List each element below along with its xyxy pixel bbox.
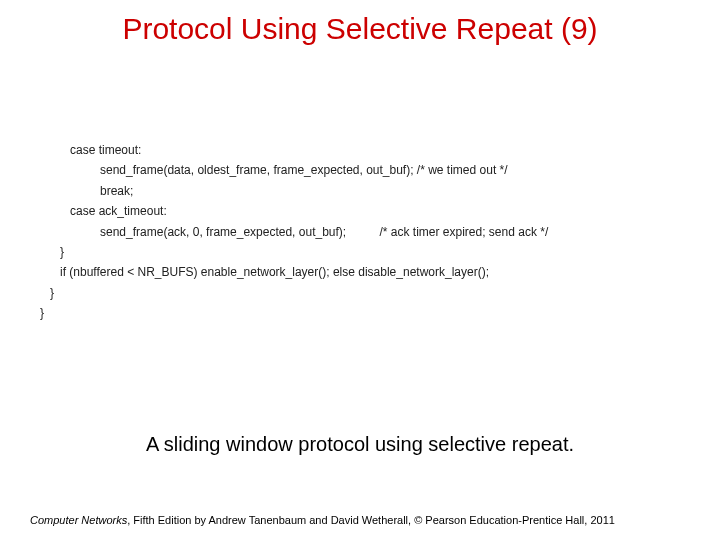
code-line: if (nbuffered < NR_BUFS) enable_network_… xyxy=(40,265,489,279)
slide: Protocol Using Selective Repeat (9) case… xyxy=(0,0,720,540)
code-line: } xyxy=(40,306,44,320)
code-line: } xyxy=(40,286,54,300)
code-line: break; xyxy=(40,184,133,198)
footer-book-title: Computer Networks xyxy=(30,514,127,526)
footer-rest: , Fifth Edition by Andrew Tanenbaum and … xyxy=(127,514,615,526)
code-line: case timeout: xyxy=(40,143,141,157)
slide-title: Protocol Using Selective Repeat (9) xyxy=(0,12,720,46)
code-line: } xyxy=(40,245,64,259)
code-line: case ack_timeout: xyxy=(40,204,167,218)
footer: Computer Networks, Fifth Edition by Andr… xyxy=(30,514,690,526)
code-line: send_frame(ack, 0, frame_expected, out_b… xyxy=(40,225,548,239)
caption: A sliding window protocol using selectiv… xyxy=(0,433,720,456)
code-line: send_frame(data, oldest_frame, frame_exp… xyxy=(40,163,508,177)
code-block: case timeout: send_frame(data, oldest_fr… xyxy=(40,140,700,324)
